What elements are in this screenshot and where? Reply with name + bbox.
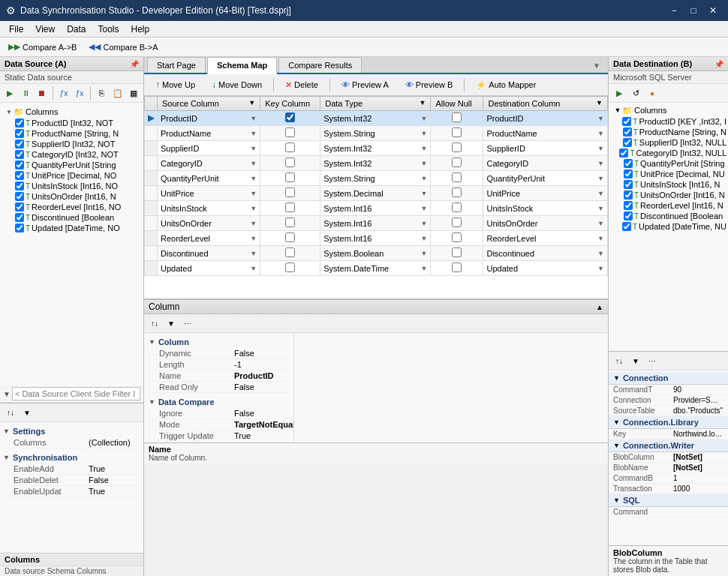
right-tree-checkbox-8[interactable]	[624, 201, 633, 210]
type-cell-9[interactable]: System.Boolean ▼	[320, 246, 431, 261]
null-cell-6[interactable]	[431, 201, 483, 216]
menu-view[interactable]: View	[29, 22, 61, 36]
grid-row-0[interactable]: ▶ ProductID ▼ System.Int32 ▼ ProductID ▼	[145, 111, 608, 126]
type-dropdown-3[interactable]: ▼	[421, 160, 428, 167]
conn-library-section[interactable]: ▼ Connection.Library	[609, 416, 728, 429]
right-tree-checkbox-3[interactable]	[619, 148, 628, 158]
fx-button[interactable]: ƒx	[57, 86, 71, 100]
null-checkbox-2[interactable]	[452, 142, 462, 152]
null-cell-8[interactable]	[431, 231, 483, 246]
dest-cell-7[interactable]: UnitsOnOrder ▼	[483, 216, 608, 231]
type-cell-7[interactable]: System.Int16 ▼	[320, 216, 431, 231]
dest-dropdown-7[interactable]: ▼	[597, 220, 604, 227]
source-cell-1[interactable]: ProductName ▼	[158, 126, 260, 141]
null-checkbox-9[interactable]	[452, 248, 462, 257]
left-tree-checkbox-9[interactable]	[15, 213, 24, 222]
right-tree-checkbox-5[interactable]	[624, 170, 633, 178]
source-cell-0[interactable]: ProductID ▼	[158, 111, 260, 126]
type-cell-0[interactable]: System.Int32 ▼	[320, 111, 431, 126]
source-cell-7[interactable]: UnitsOnOrder ▼	[158, 216, 260, 231]
preview-b-button[interactable]: 👁 Preview B	[399, 76, 460, 93]
dest-cell-4[interactable]: QuantityPerUnit ▼	[483, 171, 608, 186]
source-cell-2[interactable]: SupplierID ▼	[158, 141, 260, 156]
r-refresh-button[interactable]: ↺	[628, 86, 643, 100]
left-tree-item-6[interactable]: T UnitsInStock [Int16, NO	[0, 181, 143, 191]
dest-cell-0[interactable]: ProductID ▼	[483, 111, 608, 126]
source-dropdown-1[interactable]: ▼	[250, 130, 257, 137]
null-checkbox-0[interactable]	[452, 112, 462, 122]
source-dropdown-0[interactable]: ▼	[250, 115, 257, 122]
dest-dropdown-10[interactable]: ▼	[597, 265, 604, 272]
key-cell-5[interactable]	[260, 186, 320, 201]
right-tree-checkbox-2[interactable]	[623, 138, 632, 147]
right-tree-checkbox-0[interactable]	[622, 117, 631, 126]
source-dropdown-8[interactable]: ▼	[250, 235, 257, 242]
null-checkbox-7[interactable]	[452, 218, 462, 227]
type-cell-3[interactable]: System.Int32 ▼	[320, 156, 431, 171]
right-columns-arrow[interactable]: ▼	[613, 105, 622, 116]
key-checkbox-10[interactable]	[285, 262, 295, 272]
type-dropdown-1[interactable]: ▼	[421, 130, 428, 137]
settings-section[interactable]: ▼ Settings	[3, 425, 140, 437]
right-tree-item-4[interactable]: T QuantityPerUnit [String	[609, 158, 728, 169]
maximize-button[interactable]: □	[684, 3, 702, 18]
key-column-header[interactable]: Key Column	[260, 97, 320, 111]
grid-row-7[interactable]: UnitsOnOrder ▼ System.Int16 ▼ UnitsOnOrd…	[145, 216, 608, 231]
null-cell-5[interactable]	[431, 186, 483, 201]
key-cell-1[interactable]	[260, 126, 320, 141]
null-cell-9[interactable]	[431, 246, 483, 261]
bc-filter-icon[interactable]: ▼	[164, 316, 179, 331]
pin-icon[interactable]: 📌	[130, 60, 139, 68]
left-tree-item-5[interactable]: T UnitPrice [Decimal, NO	[0, 170, 143, 181]
left-tree-checkbox-0[interactable]	[15, 118, 24, 128]
dest-cell-10[interactable]: Updated ▼	[483, 261, 608, 276]
tab-compare-results[interactable]: Compare Results	[278, 57, 362, 73]
filter-input[interactable]	[12, 387, 140, 400]
null-checkbox-4[interactable]	[452, 172, 462, 182]
key-checkbox-3[interactable]	[285, 158, 295, 167]
right-tree-item-1[interactable]: T ProductName [String, N	[609, 127, 728, 137]
tab-dropdown-arrow[interactable]: ▼	[588, 58, 605, 73]
type-dropdown-5[interactable]: ▼	[421, 190, 428, 197]
key-cell-3[interactable]	[260, 156, 320, 171]
null-checkbox-10[interactable]	[452, 262, 462, 272]
type-cell-8[interactable]: System.Int16 ▼	[320, 231, 431, 246]
type-cell-10[interactable]: System.DateTime ▼	[320, 261, 431, 276]
right-tree-checkbox-10[interactable]	[622, 222, 631, 231]
start-button[interactable]: ▶	[3, 86, 17, 100]
copy-button[interactable]: ⎘	[95, 86, 109, 100]
move-down-button[interactable]: ↓ Move Down	[205, 76, 269, 93]
key-cell-0[interactable]	[260, 111, 320, 126]
key-checkbox-9[interactable]	[285, 248, 295, 257]
left-tree-checkbox-2[interactable]	[15, 140, 24, 148]
source-cell-3[interactable]: CategoryID ▼	[158, 156, 260, 171]
null-cell-0[interactable]	[431, 111, 483, 126]
dest-dropdown-5[interactable]: ▼	[597, 190, 604, 197]
tab-schema-map[interactable]: Schema Map	[207, 57, 277, 74]
left-tree-item-4[interactable]: T QuantityPerUnit [String	[0, 160, 143, 170]
left-tree-checkbox-5[interactable]	[15, 171, 24, 180]
type-dropdown-0[interactable]: ▼	[421, 115, 428, 122]
type-dropdown-10[interactable]: ▼	[421, 265, 428, 272]
dest-dropdown-1[interactable]: ▼	[597, 130, 604, 137]
menu-help[interactable]: Help	[125, 22, 156, 36]
right-tree-item-2[interactable]: T SupplierID [Int32, NULL	[609, 137, 728, 148]
compare-a-to-b-button[interactable]: ▶▶ Compare A->B	[3, 39, 82, 56]
null-checkbox-3[interactable]	[452, 158, 462, 167]
columns-expand-arrow[interactable]: ▼	[5, 106, 14, 117]
source-dropdown-3[interactable]: ▼	[250, 160, 257, 167]
type-dropdown-4[interactable]: ▼	[421, 175, 428, 182]
menu-tools[interactable]: Tools	[92, 22, 125, 36]
dest-cell-5[interactable]: UnitPrice ▼	[483, 186, 608, 201]
menu-data[interactable]: Data	[61, 22, 92, 36]
dest-cell-8[interactable]: ReorderLevel ▼	[483, 231, 608, 246]
right-tree-item-8[interactable]: T ReorderLevel [Int16, N	[609, 200, 728, 211]
source-cell-6[interactable]: UnitsInStock ▼	[158, 201, 260, 216]
key-checkbox-6[interactable]	[285, 202, 295, 212]
dest-dropdown-3[interactable]: ▼	[597, 160, 604, 167]
tab-start-page[interactable]: Start Page	[147, 57, 206, 73]
left-tree-checkbox-3[interactable]	[15, 150, 24, 159]
left-tree-checkbox-8[interactable]	[15, 202, 24, 212]
source-cell-5[interactable]: UnitPrice ▼	[158, 186, 260, 201]
delete-button[interactable]: ✕ Delete	[278, 76, 325, 93]
